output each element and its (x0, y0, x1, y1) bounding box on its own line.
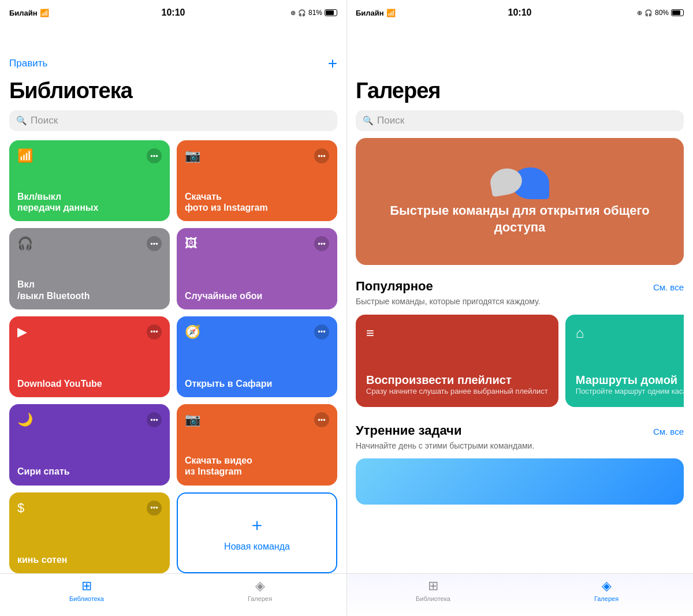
left-carrier: Билайн (9, 9, 38, 17)
left-status-bar: Билайн 📶 10:10 ⊕ 🎧 81% (0, 0, 346, 25)
left-battery-icon (325, 9, 337, 16)
left-battery-pct: 81% (308, 9, 322, 17)
edit-button[interactable]: Править (9, 58, 47, 69)
routes-card-desc: Постройте маршрут одним касанием (576, 387, 684, 397)
right-screen-icon: ⊕ (637, 9, 642, 17)
card-siri-sleep-title: Сири спать (17, 466, 162, 477)
gallery-tab-label: Галерея (248, 595, 272, 602)
right-panel: Билайн 📶 10:10 ⊕ 🎧 80% Галерея 🔍 Поиск (346, 0, 693, 616)
card-wallpaper[interactable]: 🖼 ••• Случайные обои (177, 228, 337, 309)
popular-cards: ≡ Воспроизвести плейлист Сразу начните с… (356, 315, 684, 409)
right-tab-library[interactable]: ⊞ Библиотека (346, 578, 520, 602)
popular-see-all[interactable]: См. все (653, 282, 684, 292)
card-bluetooth-more[interactable]: ••• (147, 236, 162, 251)
morning-see-all[interactable]: См. все (653, 427, 684, 436)
left-tab-library[interactable]: ⊞ Библиотека (0, 578, 173, 602)
add-new-icon: ＋ (248, 513, 266, 537)
popular-title: Популярное (356, 279, 433, 294)
card-safari[interactable]: 🧭 ••• Открыть в Сафари (177, 316, 337, 397)
card-wifi-title: Вкл/выклпередачи данных (17, 191, 162, 213)
money-icon: $ (17, 501, 24, 516)
card-siri-sleep-more[interactable]: ••• (147, 412, 162, 427)
right-time: 10:10 (508, 8, 532, 18)
card-wifi[interactable]: 📶 ••• Вкл/выклпередачи данных (9, 140, 170, 221)
card-instagram-photo[interactable]: 📷 ••• Скачатьфото из Instagram (177, 140, 337, 221)
home-icon: ⌂ (576, 325, 684, 341)
playlist-card-title: Воспроизвести плейлист (366, 373, 548, 387)
card-instagram-photo-more[interactable]: ••• (314, 148, 329, 163)
library-tab-label: Библиотека (69, 595, 104, 602)
right-search-bar[interactable]: 🔍 Поиск (356, 110, 684, 131)
card-instagram-video-title: Скачать видеоиз Instagram (185, 455, 329, 477)
right-search-icon: 🔍 (363, 115, 374, 126)
popular-section-header: Популярное См. все (356, 279, 684, 294)
right-headphone-icon: 🎧 (644, 9, 653, 17)
popular-subtitle: Быстрые команды, которые пригодятся кажд… (356, 296, 684, 308)
card-youtube[interactable]: ▶ ••• Download YouTube (9, 316, 170, 397)
gallery-content: Быстрые команды для открытия общего дост… (346, 131, 693, 573)
card-wallpaper-more[interactable]: ••• (314, 236, 329, 251)
right-gallery-tab-label: Галерея (594, 595, 619, 602)
gallery-title: Галерея (356, 79, 684, 103)
card-money[interactable]: $ ••• кинь сотен (9, 492, 170, 573)
morning-subtitle: Начинайте день с этими быстрыми командам… (356, 440, 684, 452)
card-bluetooth-title: Вкл/выкл Bluetooth (17, 279, 162, 301)
library-title: Библиотека (9, 79, 337, 103)
hero-card[interactable]: Быстрые команды для открытия общего дост… (356, 138, 684, 265)
card-wifi-more[interactable]: ••• (147, 148, 162, 163)
gallery-tab-icon: ◈ (255, 578, 265, 593)
safari-icon: 🧭 (185, 324, 200, 339)
left-search-bar[interactable]: 🔍 Поиск (9, 110, 337, 131)
card-bluetooth[interactable]: 🎧 ••• Вкл/выкл Bluetooth (9, 228, 170, 309)
morning-title: Утренние задачи (356, 423, 461, 438)
youtube-icon: ▶ (17, 324, 27, 339)
hero-text: Быстрые команды для открытия общего дост… (356, 203, 684, 236)
add-button[interactable]: + (328, 55, 337, 72)
left-headphone-icon: 🎧 (298, 9, 306, 17)
morning-card-placeholder[interactable] (356, 458, 684, 505)
morning-section-header: Утренние задачи См. все (356, 423, 684, 438)
card-youtube-title: Download YouTube (17, 378, 162, 389)
right-library-tab-label: Библиотека (416, 595, 450, 602)
left-search-placeholder: Поиск (31, 115, 58, 126)
card-money-more[interactable]: ••• (147, 501, 162, 516)
left-tab-bar: ⊞ Библиотека ◈ Галерея (0, 573, 346, 616)
moon-icon: 🌙 (17, 412, 33, 427)
left-panel: Билайн 📶 10:10 ⊕ 🎧 81% Править + Библиот… (0, 0, 346, 616)
card-siri-sleep[interactable]: 🌙 ••• Сири спать (9, 404, 170, 485)
card-safari-title: Открыть в Сафари (185, 378, 329, 389)
right-library-tab-icon: ⊞ (428, 578, 438, 593)
panel-divider (346, 0, 347, 616)
card-new[interactable]: ＋ Новая команда (177, 492, 337, 573)
card-new-label: Новая команда (224, 542, 290, 552)
left-search-icon: 🔍 (16, 115, 27, 126)
wallpaper-icon: 🖼 (185, 236, 198, 251)
popular-card-routes[interactable]: ⌂ Маршруты домой Постройте маршрут одним… (565, 315, 684, 407)
right-battery-icon (671, 9, 684, 16)
card-instagram-photo-title: Скачатьфото из Instagram (185, 191, 329, 213)
card-money-title: кинь сотен (17, 554, 162, 565)
shortcuts-grid: 📶 ••• Вкл/выклпередачи данных 📷 ••• Скач… (0, 131, 346, 573)
left-tab-gallery[interactable]: ◈ Галерея (173, 578, 346, 602)
right-search-placeholder: Поиск (377, 115, 404, 126)
right-gallery-tab-icon: ◈ (602, 578, 612, 593)
wifi-icon: 📶 (17, 148, 33, 163)
library-tab-icon: ⊞ (81, 578, 92, 593)
card-instagram-video-more[interactable]: ••• (314, 412, 329, 427)
left-screen-icon: ⊕ (290, 9, 296, 17)
left-time: 10:10 (162, 8, 185, 18)
card-wallpaper-title: Случайные обои (185, 290, 329, 301)
right-tab-gallery[interactable]: ◈ Галерея (520, 578, 693, 602)
card-safari-more[interactable]: ••• (314, 324, 329, 339)
instagram-photo-icon: 📷 (185, 148, 200, 163)
popular-card-playlist[interactable]: ≡ Воспроизвести плейлист Сразу начните с… (356, 315, 558, 407)
playlist-icon: ≡ (366, 325, 548, 341)
card-instagram-video[interactable]: 📷 ••• Скачать видеоиз Instagram (177, 404, 337, 485)
right-tab-bar: ⊞ Библиотека ◈ Галерея (346, 573, 693, 616)
bluetooth-icon: 🎧 (17, 236, 33, 251)
left-header: Править + Библиотека (0, 25, 346, 103)
right-status-bar: Билайн 📶 10:10 ⊕ 🎧 80% (346, 0, 693, 25)
card-youtube-more[interactable]: ••• (147, 324, 162, 339)
left-nav-bar: Править + (9, 51, 337, 76)
instagram-video-icon: 📷 (185, 412, 200, 427)
